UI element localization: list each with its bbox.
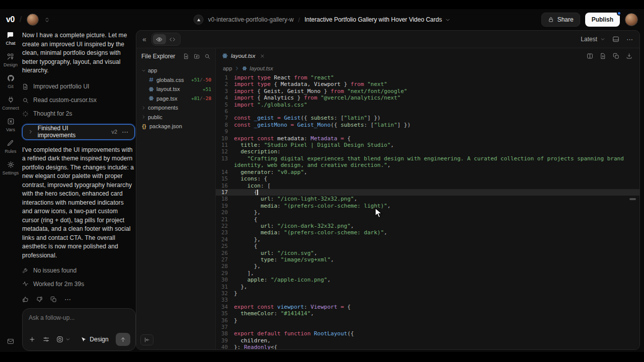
tool-step-row[interactable]: Improved portfolio UI xyxy=(22,80,135,94)
sidebar-item-design[interactable]: Design xyxy=(4,53,18,67)
collapse-explorer-button[interactable] xyxy=(140,334,153,345)
sidebar-item-vars[interactable]: Vars xyxy=(6,118,15,132)
close-tab-icon[interactable] xyxy=(260,54,265,58)
code-line-37[interactable]: 37 xyxy=(216,324,639,330)
more-actions-icon[interactable]: ⋯ xyxy=(64,296,71,303)
export-file-icon[interactable] xyxy=(600,53,606,59)
code-line-30[interactable]: 30 apple: "/apple-icon.png", xyxy=(216,277,639,283)
code-line-38[interactable]: 38export default function RootLayout({ xyxy=(216,330,639,337)
code-line-33[interactable]: 33 xyxy=(216,297,639,303)
code-line-25[interactable]: 25 { xyxy=(216,243,639,249)
code-line-14[interactable]: 14 generator: "v0.app", xyxy=(216,169,639,175)
version-card-menu[interactable]: ⋯ xyxy=(122,128,129,136)
send-button[interactable] xyxy=(116,333,130,346)
tree-file-layout-tsx[interactable]: layout.tsx+51 xyxy=(136,84,215,94)
sidebar-item-settings[interactable]: Settings xyxy=(3,161,19,175)
search-files-icon[interactable] xyxy=(204,53,210,59)
mail-icon[interactable] xyxy=(7,338,15,345)
project-name[interactable]: v0-interactive-portfolio-gallery-w xyxy=(208,16,294,23)
code-line-8[interactable]: 8const _geistMono = Geist_Mono({ subsets… xyxy=(216,122,639,128)
code-line-19[interactable]: 19 media: "(prefers-color-scheme: light)… xyxy=(216,203,639,209)
code-line-35[interactable]: 35 themeColor: "#141414", xyxy=(216,310,639,317)
download-icon[interactable] xyxy=(626,53,632,59)
code-line-2[interactable]: 2import type { Metadata, Viewport } from… xyxy=(216,81,639,87)
code-line-16[interactable]: 16 icon: [ xyxy=(216,183,639,189)
workspace-switcher-icon[interactable] xyxy=(44,17,50,23)
panel-layout-icon[interactable] xyxy=(612,36,619,43)
code-line-7[interactable]: 7const _geist = Geist({ subsets: ["latin… xyxy=(216,115,639,121)
new-file-icon[interactable] xyxy=(183,53,189,59)
collapse-panel-icon[interactable]: « xyxy=(142,35,146,43)
copy-code-icon[interactable] xyxy=(613,53,619,59)
code-line-27[interactable]: 27 type: "image/svg+xml", xyxy=(216,256,639,263)
tree-folder-app[interactable]: app xyxy=(136,66,215,75)
code-line-28[interactable]: 28 }, xyxy=(216,263,639,269)
toolbar-more-icon[interactable]: ⋯ xyxy=(626,36,633,43)
code-line-18[interactable]: 18 url: "/icon-light-32x32.png", xyxy=(216,196,639,202)
tool-step-row[interactable]: No issues found xyxy=(22,263,135,277)
code-line-9[interactable]: 9 xyxy=(216,128,639,135)
thumbs-up-icon[interactable] xyxy=(22,296,29,303)
attach-plus-icon[interactable] xyxy=(29,336,36,343)
settings-sliders-icon[interactable] xyxy=(43,336,50,343)
code-line-17[interactable]: 17 { xyxy=(216,189,639,196)
code-line-13[interactable]: 13 "Crafting digital experiences that bl… xyxy=(216,155,639,169)
follow-up-composer[interactable]: Ask a follow-up... Design xyxy=(22,308,136,351)
model-selector[interactable] xyxy=(56,336,70,343)
chat-title-dropdown[interactable]: Interactive Portfolio Gallery with Hover… xyxy=(304,16,450,23)
code-line-40[interactable]: 40}: Readonly<{ xyxy=(216,344,639,349)
code-line-11[interactable]: 11 title: "Studio Pixel | Digital Design… xyxy=(216,142,639,148)
new-folder-icon[interactable] xyxy=(194,53,200,59)
code-line-23[interactable]: 23 media: "(prefers-color-scheme: dark)"… xyxy=(216,229,639,236)
code-line-4[interactable]: 4import { Analytics } from "@vercel/anal… xyxy=(216,95,639,101)
version-dropdown[interactable]: Latest xyxy=(581,36,605,43)
version-card[interactable]: Finished UI improvements v2 ⋯ xyxy=(22,124,135,140)
code-toggle-button[interactable] xyxy=(166,34,179,44)
code-line-10[interactable]: 10export const metadata: Metadata = { xyxy=(216,135,639,142)
code-line-26[interactable]: 26 url: "/icon.svg", xyxy=(216,250,639,256)
vercel-project-chip[interactable] xyxy=(194,15,204,25)
design-mode-button[interactable]: Design xyxy=(80,336,108,343)
preview-toggle-button[interactable] xyxy=(153,34,166,44)
sidebar-item-connect[interactable]: Connect xyxy=(2,96,19,111)
tree-file-globals-css[interactable]: globals.css+51/-50 xyxy=(136,75,215,85)
code-line-29[interactable]: 29 ], xyxy=(216,270,639,277)
v0-logo[interactable]: v0 xyxy=(6,15,15,24)
tree-file-page-tsx[interactable]: page.tsx+81/-28 xyxy=(136,94,215,104)
code-line-36[interactable]: 36} xyxy=(216,317,639,324)
share-button[interactable]: Share xyxy=(541,13,580,27)
publish-button[interactable]: Publish xyxy=(585,13,620,27)
tool-step-row[interactable]: Thought for 2s xyxy=(22,107,135,121)
sidebar-item-rules[interactable]: Rules xyxy=(5,139,16,154)
tree-folder-components[interactable]: components xyxy=(136,103,215,113)
tree-folder-public[interactable]: public xyxy=(136,113,215,122)
tab-layout-tsx[interactable]: layout.tsx xyxy=(216,48,271,63)
user-avatar[interactable] xyxy=(625,13,638,26)
tree-file-package-json[interactable]: {}package.json xyxy=(136,122,215,131)
sidebar-item-git[interactable]: Git xyxy=(7,74,15,89)
code-line-3[interactable]: 3import { Geist, Geist_Mono } from "next… xyxy=(216,88,639,95)
scrollbar-thumb[interactable] xyxy=(629,198,636,200)
code-line-21[interactable]: 21 { xyxy=(216,216,639,223)
sidebar-item-chat[interactable]: Chat xyxy=(6,31,15,46)
workspace-avatar[interactable] xyxy=(27,14,39,26)
code-line-6[interactable]: 6 xyxy=(216,108,639,115)
code-line-32[interactable]: 32} xyxy=(216,290,639,297)
thumbs-down-icon[interactable] xyxy=(36,296,43,303)
code-line-15[interactable]: 15 icons: { xyxy=(216,175,639,182)
code-line-1[interactable]: 1import type React from "react" xyxy=(216,74,639,81)
tool-step-row[interactable]: Read custom-cursor.tsx xyxy=(22,94,135,107)
code-line-20[interactable]: 20 }, xyxy=(216,209,639,216)
split-view-icon[interactable] xyxy=(587,53,593,59)
code-line-24[interactable]: 24 }, xyxy=(216,236,639,243)
code-line-12[interactable]: 12 description: xyxy=(216,148,639,155)
code-line-31[interactable]: 31 }, xyxy=(216,284,639,290)
copy-icon[interactable] xyxy=(50,296,57,303)
code-line-5[interactable]: 5import "./globals.css" xyxy=(216,102,639,108)
tool-step-row[interactable]: Worked for 2m 39s xyxy=(22,277,135,291)
code-line-34[interactable]: 34export const viewport: Viewport = { xyxy=(216,304,639,310)
code-breadcrumb[interactable]: app layout.tsx xyxy=(216,63,639,73)
code-line-22[interactable]: 22 url: "/icon-dark-32x32.png", xyxy=(216,223,639,229)
code-editor[interactable]: 1import type React from "react"2import t… xyxy=(216,73,639,349)
code-line-39[interactable]: 39 children, xyxy=(216,337,639,344)
